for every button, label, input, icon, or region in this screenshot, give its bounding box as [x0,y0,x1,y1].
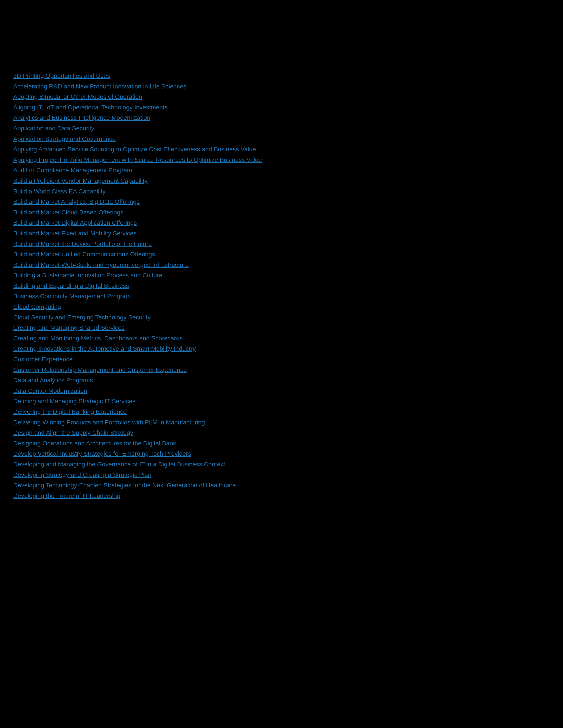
list-item[interactable]: Accelerating R&D and New Product Innovat… [13,81,550,92]
list-item[interactable]: Design and Align the Supply Chain Strate… [13,428,550,438]
list-item[interactable]: Analytics and Business Intelligence Mode… [13,113,550,123]
list-item[interactable]: Build and Market the Device Portfolio of… [13,239,550,249]
list-item[interactable]: Build and Market Digital Application Off… [13,218,550,228]
list-item[interactable]: Application Strategy and Governance [13,134,550,144]
list-item[interactable]: Application and Data Security [13,123,550,134]
list-item[interactable]: Creating and Managing Shared Services [13,323,550,333]
list-item[interactable]: Creating and Monitoring Metrics, Dashboa… [13,333,550,344]
list-item[interactable]: Developing Strategy and Creating a Strat… [13,470,550,480]
list-item[interactable]: Delivering the Digital Banking Experienc… [13,407,550,417]
list-item[interactable]: Designing Operations and Architectures f… [13,438,550,449]
list-item[interactable]: Build and Market Unified Communications … [13,249,550,260]
list-item[interactable]: Build and Market Fixed and Mobility Serv… [13,228,550,239]
list-item[interactable]: Data Center Modernization [13,386,550,396]
list-item[interactable]: Creating Innovations in the Automotive a… [13,343,550,354]
list-item[interactable]: Build and Market Web-Scale and Hyperconv… [13,260,550,270]
list-item[interactable]: Applying Advanced Service Sourcing to Op… [13,144,550,155]
list-item[interactable]: Aligning IT, IoT and Operational Technol… [13,102,550,113]
list-item[interactable]: Defining and Managing Strategic IT Servi… [13,396,550,407]
list-item[interactable]: Applying Project Portfolio Management wi… [13,155,550,165]
link-list: 3D Printing Opportunities and UsesAccele… [13,71,550,501]
list-item[interactable]: Customer Relationship Management and Cus… [13,365,550,375]
list-item[interactable]: 3D Printing Opportunities and Uses [13,71,550,81]
list-item[interactable]: Build and Market Cloud Based Offerings [13,207,550,218]
list-item[interactable]: Build a Proficient Vendor Management Cap… [13,176,550,186]
list-item[interactable]: Developing Technology-Enabled Strategies… [13,480,550,491]
list-item[interactable]: Build and Market Analytics, Big Data Off… [13,197,550,207]
list-item[interactable]: Business Continuity Management Program [13,291,550,302]
list-item[interactable]: Build a World Class EA Capability [13,186,550,197]
list-item[interactable]: Customer Experience [13,354,550,365]
list-item[interactable]: Audit or Compliance Management Program [13,165,550,176]
list-item[interactable]: Cloud Security and Emerging Technology S… [13,312,550,323]
list-item[interactable]: Building a Sustainable Innovation Proces… [13,270,550,281]
list-item[interactable]: Developing and Managing the Governance o… [13,459,550,470]
list-item[interactable]: Delivering Winning Products and Portfoli… [13,417,550,428]
list-item[interactable]: Developing the Future of IT Leadership [13,491,550,501]
list-item[interactable]: Cloud Computing [13,302,550,312]
list-item[interactable]: Develop Vertical-Industry Strategies for… [13,448,550,459]
list-item[interactable]: Data and Analytics Programs [13,375,550,386]
list-item[interactable]: Building and Expanding a Digital Busines… [13,281,550,291]
list-item[interactable]: Adopting Bimodal or Other Modes of Opera… [13,92,550,102]
